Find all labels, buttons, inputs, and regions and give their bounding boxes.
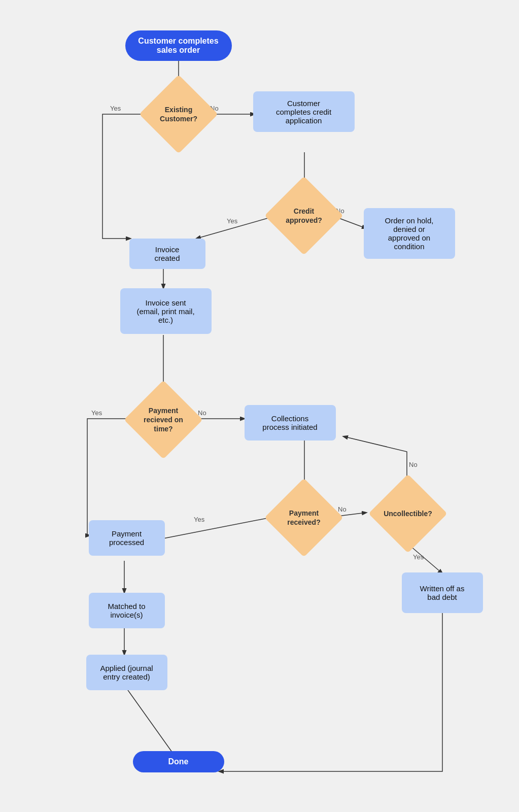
- svg-text:Yes: Yes: [91, 409, 102, 417]
- svg-text:No: No: [409, 461, 418, 468]
- svg-text:No: No: [338, 505, 347, 513]
- matched-invoice-node: Matched to invoice(s): [89, 593, 165, 628]
- svg-line-24: [124, 685, 179, 761]
- svg-text:Yes: Yes: [110, 105, 121, 112]
- collections-node: Collections process initiated: [245, 405, 336, 441]
- payment-received-diamond: Payment received?: [275, 489, 333, 547]
- existing-customer-diamond: Existing Customer?: [150, 85, 207, 143]
- credit-application-node: Customer completes credit application: [253, 91, 355, 132]
- order-on-hold-node: Order on hold, denied or approved on con…: [364, 208, 455, 259]
- payment-on-time-diamond: Payment recieved on time?: [134, 391, 192, 449]
- applied-node: Applied (journal entry created): [86, 655, 167, 690]
- svg-line-15: [158, 517, 275, 539]
- done-node: Done: [133, 751, 224, 772]
- invoice-created-node: Invoice created: [129, 239, 205, 269]
- svg-text:Yes: Yes: [194, 516, 205, 523]
- svg-text:Yes: Yes: [227, 217, 238, 225]
- invoice-sent-node: Invoice sent (email, print mail, etc.): [120, 288, 212, 334]
- uncollectible-diamond: Uncollectible?: [379, 485, 437, 543]
- svg-line-5: [196, 216, 276, 239]
- start-node: Customer completes sales order: [125, 30, 232, 61]
- written-off-node: Written off as bad debt: [402, 572, 483, 613]
- svg-text:Yes: Yes: [413, 553, 424, 561]
- credit-approved-diamond: Credit approved?: [275, 187, 333, 245]
- payment-processed-node: Payment processed: [89, 520, 165, 556]
